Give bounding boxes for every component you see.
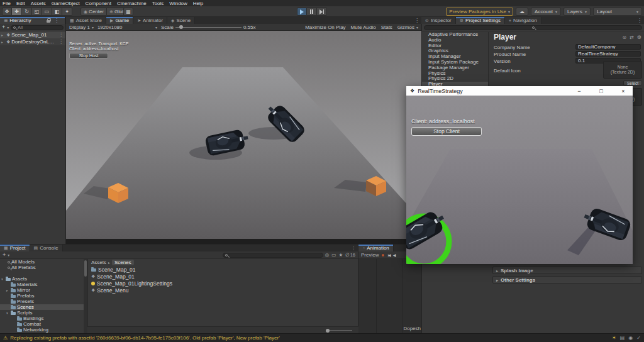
expand-arrow-icon[interactable]: ▸ [1, 33, 5, 37]
menu-gameobject[interactable]: GameObject [52, 1, 80, 6]
help-icon[interactable]: ⊙ [622, 35, 626, 40]
console-icon[interactable]: ▤ [620, 335, 625, 341]
create-button[interactable]: + [2, 25, 5, 30]
rect-tool-icon[interactable]: ▭ [42, 8, 52, 16]
stop-client-button[interactable]: Stop Client [411, 127, 482, 136]
kebab-menu-icon[interactable]: ⋮ [635, 18, 644, 23]
hierarchy-search-input[interactable]: All [11, 25, 64, 30]
slider-knob[interactable] [326, 329, 330, 333]
menu-file[interactable]: File [3, 1, 11, 6]
resolution-dropdown[interactable]: 1920x1080 ▾ [97, 25, 157, 30]
status-message[interactable]: Replacing existing prefab with assetId '… [10, 335, 609, 341]
dopesheet-button[interactable]: Dopesh [403, 326, 421, 331]
scale-slider[interactable] [175, 27, 242, 28]
tab-animator[interactable]: ➤ Animator [133, 17, 167, 24]
tree-item-scenes[interactable]: Scenes [0, 304, 84, 310]
gear-icon[interactable]: ⚙ [637, 35, 641, 40]
scale-slider-knob[interactable] [179, 25, 183, 29]
previous-frame-icon[interactable]: ◀| [393, 253, 396, 257]
kebab-menu-icon[interactable]: ⋮ [58, 39, 64, 45]
rotate-tool-icon[interactable]: ↻ [22, 8, 32, 16]
menu-tools[interactable]: Tools [152, 1, 164, 6]
breadcrumb-current[interactable]: Scenes [112, 260, 134, 265]
transform-tool-icon[interactable]: ◧ [52, 8, 62, 16]
default-icon-object-field[interactable]: None (Texture 2D) [603, 61, 642, 79]
tree-item-scripts[interactable]: ▾ Scripts [0, 310, 84, 316]
thumbnail-size-slider[interactable] [326, 330, 352, 331]
other-settings-foldout[interactable]: ▸ Other Settings [492, 276, 642, 284]
layout-dropdown[interactable]: Layout ▾ [593, 8, 642, 16]
close-button[interactable]: × [614, 86, 633, 96]
menu-cinemachine[interactable]: Cinemachine [117, 1, 147, 6]
kebab-menu-icon[interactable]: ⋮ [52, 18, 61, 23]
settings-category[interactable]: Audio [422, 38, 488, 43]
menu-edit[interactable]: Edit [16, 1, 25, 6]
preset-icon[interactable]: ⇄ [630, 35, 634, 40]
expand-arrow-icon[interactable]: ▸ [1, 40, 5, 44]
search-by-type-icon[interactable]: ◎ [325, 252, 330, 258]
settings-search-input[interactable] [424, 25, 642, 30]
move-tool-icon[interactable]: ✛ [12, 8, 22, 16]
chevron-right-icon[interactable]: ▸ [6, 289, 9, 292]
company-name-field[interactable]: DefaultCompany [575, 44, 641, 50]
tab-project-settings[interactable]: ⚙ Project Settings [456, 17, 505, 24]
kebab-menu-icon[interactable]: ⋮ [413, 18, 421, 23]
settings-category[interactable]: Physics [422, 71, 488, 77]
kebab-menu-icon[interactable]: ⋮ [349, 245, 358, 251]
project-search-input[interactable] [223, 253, 323, 258]
settings-category[interactable]: Input System Package [422, 60, 488, 65]
tree-item-presets[interactable]: Presets [0, 299, 84, 304]
mute-audio-toggle[interactable]: Mute Audio [351, 25, 376, 30]
client-game-viewport[interactable]: Client: address=localhost Stop Client [406, 96, 633, 264]
maximize-button[interactable]: □ [592, 86, 611, 96]
pivot-toggle-button[interactable]: ◉ Center [80, 8, 107, 16]
minimize-button[interactable]: − [570, 86, 589, 96]
favorite-star-icon[interactable]: ★ [338, 252, 343, 258]
file-item-scene[interactable]: ❖ Scene_Map_01 [88, 273, 358, 280]
hidden-packages-count[interactable]: ∅ 16 [345, 252, 355, 258]
select-button[interactable]: Select [623, 80, 642, 86]
chevron-down-icon[interactable]: ▾ [1, 277, 4, 281]
tab-animation[interactable]: ◔ Animation [358, 245, 394, 251]
gizmos-dropdown[interactable]: Gizmos ▾ [397, 25, 418, 30]
file-item-scene-menu[interactable]: ❖ Scene_Menu [88, 287, 358, 294]
cloud-button[interactable]: ☁ [516, 8, 528, 16]
check-icon[interactable]: ✓ [636, 335, 641, 341]
tab-asset-store[interactable]: ▦ Asset Store [66, 17, 106, 24]
tree-item-assets[interactable]: ▾ Assets [0, 276, 84, 282]
settings-category[interactable]: Graphics [422, 48, 488, 54]
custom-tool-icon[interactable]: ✦ [62, 8, 72, 16]
menu-component[interactable]: Component [86, 1, 111, 6]
account-dropdown[interactable]: Account ▾ [531, 8, 561, 16]
scale-tool-icon[interactable]: ◱ [32, 8, 42, 16]
scrollbar-thumb[interactable] [84, 260, 87, 277]
tree-item-buildings[interactable]: Buildings [0, 316, 84, 321]
settings-category[interactable]: Editor [422, 43, 488, 49]
layers-dropdown[interactable]: Layers ▾ [564, 8, 591, 16]
preview-toggle[interactable]: Preview [361, 252, 379, 258]
first-frame-icon[interactable]: |◀ [387, 253, 390, 257]
record-icon[interactable] [381, 253, 385, 257]
tab-hierarchy[interactable]: ☰ Hierarchy ⋮ [0, 17, 65, 24]
chevron-down-icon[interactable]: ▾ [8, 253, 9, 257]
menu-help[interactable]: Help [193, 1, 203, 6]
splash-image-foldout[interactable]: ▸ Splash Image [492, 267, 642, 274]
preview-packages-button[interactable]: Preview Packages in Use ▾ [446, 8, 513, 16]
bake-icon[interactable]: ✶ [612, 335, 616, 341]
chevron-down-icon[interactable]: ▾ [6, 311, 9, 315]
settings-category[interactable]: Input Manager [422, 54, 488, 60]
hierarchy-item-dontdestroy[interactable]: ▸ ❖ DontDestroyOnLoad ⋮ [0, 38, 65, 45]
tree-item-networking[interactable]: Networking [0, 327, 84, 333]
lock-icon[interactable] [47, 18, 50, 23]
stats-toggle[interactable]: Stats [381, 25, 392, 30]
display-dropdown[interactable]: Display 1 ▾ [69, 25, 94, 30]
tab-project[interactable]: ▦ Project [0, 245, 30, 251]
settings-category[interactable]: Adaptive Performance [422, 32, 488, 38]
menu-assets[interactable]: Assets [31, 1, 46, 6]
menu-window[interactable]: Window [169, 1, 187, 6]
file-item-folder[interactable]: Scene_Map_01 [88, 266, 358, 273]
settings-category[interactable]: Package Manager [422, 65, 488, 71]
game-viewport[interactable]: Server: active. Transport: KCP Client: a… [66, 31, 421, 239]
file-item-lighting[interactable]: Scene_Map_01LightingSettings [88, 280, 358, 287]
tree-item-mirror[interactable]: ▸ Mirror [0, 287, 84, 293]
